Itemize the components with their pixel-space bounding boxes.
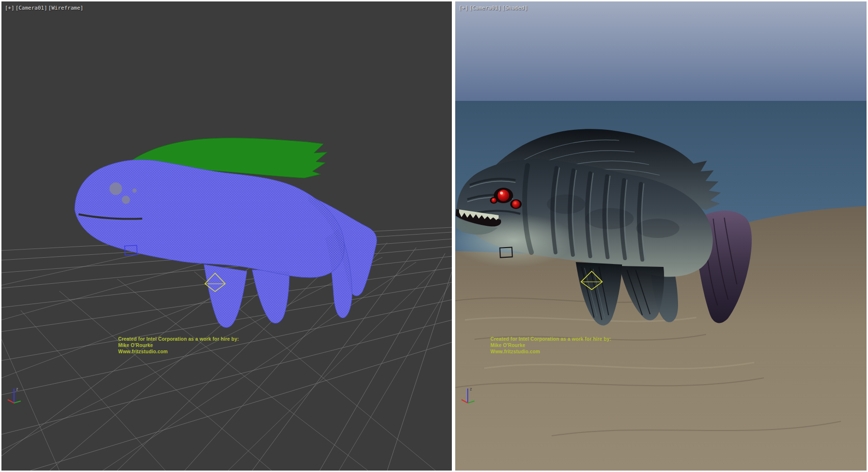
dual-viewport-stage: [+] [Camera01] [Wireframe] [0,0,868,472]
viewport-shading-menu[interactable]: [Shaded] [502,5,528,11]
credit-line-1: Created for Intel Corporation as a work … [118,336,239,342]
credit-line-3: Www.fritzstudio.com [118,348,239,355]
world-axis-tripod-icon: z [6,384,27,406]
shaded-scene [455,1,867,471]
viewport-shading-menu[interactable]: [Wireframe] [48,5,83,11]
axis-z-label: z [16,387,18,391]
credit-line-1: Created for Intel Corporation as a work … [490,336,611,342]
world-axis-tripod-icon: z [460,384,481,406]
credit-line-3: Www.fritzstudio.com [490,348,611,355]
viewport-shaded[interactable]: [+] [Camera01] [Shaded] [455,1,867,471]
viewport-wireframe[interactable]: [+] [Camera01] [Wireframe] [1,1,452,471]
viewport-plus-menu[interactable]: [+] [459,5,468,11]
credit-line-2: Mike O'Rourke [490,342,611,348]
axis-z-label: z [470,387,472,391]
credit-annotation: Created for Intel Corporation as a work … [118,336,239,355]
fish-model-wireframe[interactable] [75,138,377,328]
credit-annotation: Created for Intel Corporation as a work … [490,336,611,355]
viewport-splitter[interactable] [452,0,455,472]
viewport-menu-shaded: [+] [Camera01] [Shaded] [459,5,528,11]
viewport-camera-menu[interactable]: [Camera01] [15,5,47,11]
viewport-menu-wireframe: [+] [Camera01] [Wireframe] [5,5,83,11]
wireframe-scene [1,1,452,471]
credit-line-2: Mike O'Rourke [118,342,239,348]
viewport-camera-menu[interactable]: [Camera01] [469,5,501,11]
viewport-plus-menu[interactable]: [+] [5,5,14,11]
